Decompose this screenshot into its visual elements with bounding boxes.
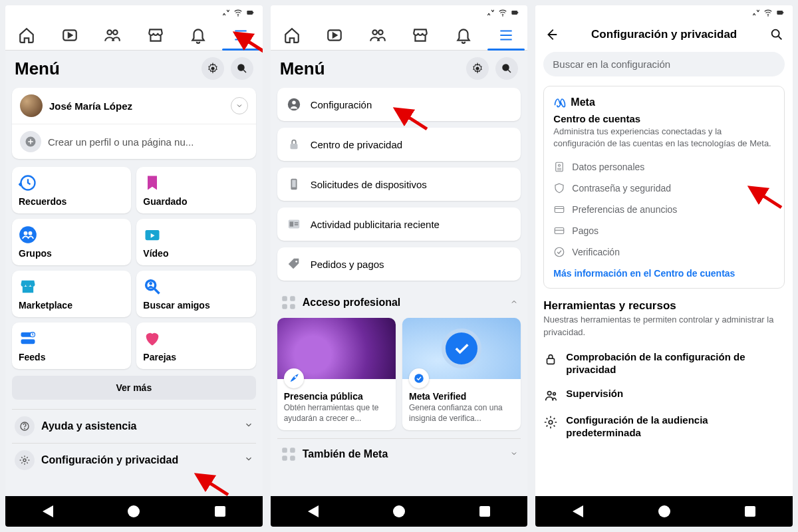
android-home-button[interactable] [658, 505, 670, 517]
android-home-button[interactable] [128, 505, 140, 517]
profile-switcher-chevron[interactable] [231, 97, 248, 114]
android-back-button[interactable] [573, 505, 583, 517]
settings-item-device-requests[interactable]: Solicitudes de dispositivos [277, 168, 521, 201]
nav-friends-icon[interactable] [91, 20, 134, 50]
svg-rect-61 [547, 358, 555, 364]
tool-row-supervision[interactable]: Supervisión [543, 382, 785, 408]
profile-card: José María López Crear un perfil o una p… [12, 88, 256, 159]
shortcuts-grid: Recuerdos Guardado Grupos Vídeo Marketpl… [12, 167, 256, 369]
ac-row-password-security[interactable]: Contraseña y seguridad [553, 178, 775, 199]
card-title: Presencia pública [284, 391, 389, 402]
settings-search-input[interactable]: Buscar en la configuración [543, 52, 785, 76]
svg-rect-44 [290, 304, 295, 309]
shortcut-video[interactable]: Vídeo [136, 219, 255, 265]
android-recents-button[interactable] [215, 506, 225, 517]
nav-friends-icon[interactable] [356, 20, 399, 50]
svg-point-54 [772, 30, 779, 37]
settings-item-ad-activity[interactable]: Actividad publicitaria reciente [277, 207, 521, 241]
wifi-icon [763, 8, 773, 17]
ad-activity-icon [285, 215, 303, 233]
feeds-icon [19, 329, 37, 348]
search-button[interactable] [767, 25, 786, 44]
shortcut-memories[interactable]: Recuerdos [12, 167, 131, 213]
settings-item-label: Pedidos y pagos [311, 259, 384, 270]
settings-gear-button[interactable] [466, 57, 489, 80]
ac-row-label: Preferencias de anuncios [572, 204, 677, 215]
ac-row-payments[interactable]: Pagos [553, 220, 775, 241]
nav-home-icon[interactable] [271, 20, 313, 50]
svg-rect-36 [292, 180, 296, 188]
settings-item-privacy-center[interactable]: Centro de privacidad [277, 128, 521, 161]
nav-menu-icon[interactable] [485, 20, 527, 50]
help-icon [15, 416, 35, 436]
svg-point-45 [294, 376, 296, 378]
svg-point-62 [548, 391, 552, 395]
nav-watch-icon[interactable] [48, 20, 90, 50]
settings-privacy-section[interactable]: Configuración y privacidad [12, 443, 256, 477]
accounts-center-card[interactable]: Meta Centro de cuentas Administra tus ex… [543, 86, 785, 289]
ac-row-label: Verificación [572, 247, 620, 257]
ac-row-label: Pagos [572, 225, 598, 236]
menu-search-button[interactable] [495, 57, 518, 80]
tool-row-privacy-checkup[interactable]: Comprobación de la configuración de priv… [543, 345, 785, 382]
grid-icon [280, 294, 297, 311]
nav-marketplace-icon[interactable] [134, 20, 176, 50]
accounts-center-link[interactable]: Más información en el Centro de cuentas [553, 268, 775, 279]
android-back-button[interactable] [308, 505, 319, 517]
svg-point-56 [559, 165, 561, 167]
ac-row-ad-preferences[interactable]: Preferencias de anuncios [553, 199, 775, 220]
grid-icon [280, 446, 297, 463]
profile-row[interactable]: José María López [12, 88, 256, 124]
svg-rect-42 [290, 296, 295, 301]
create-profile-row[interactable]: Crear un perfil o una página nu... [12, 124, 256, 159]
nav-marketplace-icon[interactable] [399, 20, 442, 50]
android-back-button[interactable] [43, 505, 53, 517]
settings-gear-button[interactable] [201, 57, 224, 80]
nav-notifications-icon[interactable] [177, 20, 219, 50]
shortcut-dating[interactable]: Parejas [136, 323, 255, 369]
settings-item-configuration[interactable]: Configuración [277, 88, 521, 121]
svg-rect-2 [253, 12, 253, 13]
nav-home-icon[interactable] [5, 20, 48, 50]
android-recents-button[interactable] [479, 506, 490, 517]
accounts-center-description: Administra tus experiencias conectadas y… [553, 126, 775, 150]
signal-arrows-icon [486, 8, 495, 17]
shortcut-find-friends[interactable]: Buscar amigos [136, 271, 255, 317]
back-button[interactable] [542, 25, 561, 44]
wifi-icon [498, 8, 507, 17]
ac-row-verification[interactable]: Verificación [553, 241, 775, 263]
tools-title: Herramientas y recursos [543, 299, 785, 313]
help-section[interactable]: Ayuda y asistencia [12, 409, 256, 443]
nav-notifications-icon[interactable] [442, 20, 484, 50]
profile-avatar [20, 94, 43, 117]
settings-item-orders-payments[interactable]: Pedidos y pagos [277, 247, 521, 281]
menu-search-button[interactable] [231, 57, 253, 80]
svg-rect-52 [777, 11, 783, 15]
settings-item-label: Actividad publicitaria reciente [311, 219, 440, 230]
shortcut-feeds[interactable]: Feeds [12, 323, 131, 369]
wifi-icon [233, 8, 243, 17]
android-recents-button[interactable] [745, 506, 755, 517]
see-more-button[interactable]: Ver más [12, 376, 256, 400]
pro-card-meta-verified[interactable]: Meta Verified Genera confianza con una i… [402, 318, 521, 430]
shortcut-label: Marketplace [19, 300, 124, 311]
svg-point-29 [378, 30, 383, 35]
also-meta-header[interactable]: También de Meta [277, 438, 521, 469]
professional-access-header[interactable]: Acceso profesional [277, 287, 521, 318]
card-image [277, 318, 396, 379]
shortcut-saved[interactable]: Guardado [136, 167, 255, 213]
nav-watch-icon[interactable] [313, 20, 356, 50]
shortcut-marketplace[interactable]: Marketplace [12, 271, 131, 317]
android-statusbar [535, 5, 793, 20]
pro-card-public-presence[interactable]: Presencia pública Obtén herramientas que… [277, 318, 396, 430]
android-home-button[interactable] [393, 505, 405, 517]
settings-header: Configuración y privacidad [535, 20, 793, 52]
svg-point-16 [150, 282, 153, 285]
svg-point-33 [292, 101, 296, 105]
shortcut-groups[interactable]: Grupos [12, 219, 131, 265]
tool-row-default-audience[interactable]: Configuración de la audiencia predetermi… [543, 408, 785, 445]
chevron-down-icon [510, 448, 518, 460]
nav-menu-icon[interactable] [219, 20, 262, 50]
svg-rect-26 [517, 12, 518, 13]
ac-row-personal-data[interactable]: Datos personales [553, 156, 775, 178]
